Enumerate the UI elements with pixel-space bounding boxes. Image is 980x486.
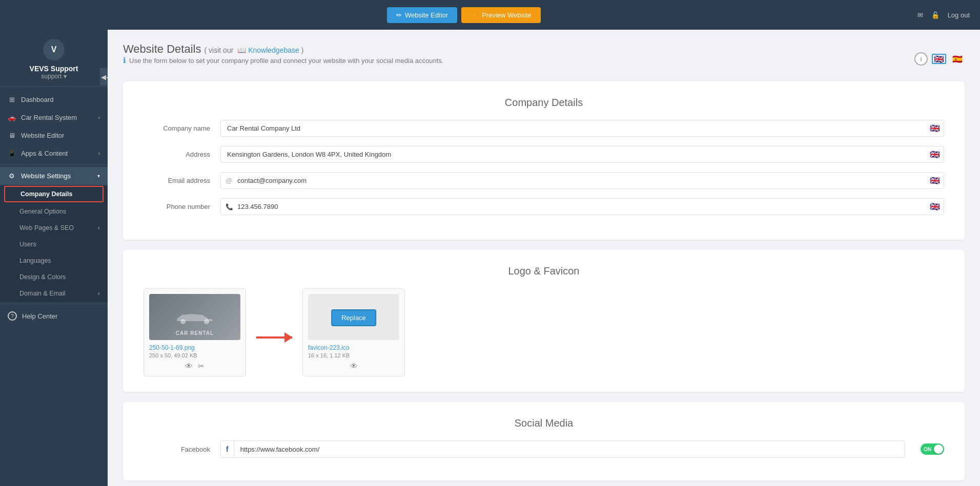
dashboard-icon: ⊞ — [8, 96, 16, 103]
toggle-wrap-facebook: ON — [921, 443, 944, 455]
preview-favicon-icon[interactable]: 👁 — [350, 362, 358, 370]
at-icon: @ — [226, 177, 232, 184]
sidebar-user: V VEVS Support support ▾ — [0, 30, 108, 87]
flag-company-name: 🇬🇧 — [930, 123, 940, 133]
favicon-filename[interactable]: favicon-223.ico — [308, 344, 399, 351]
arrow-head-icon — [284, 332, 293, 343]
sidebar-item-label: Help Center — [22, 312, 57, 320]
car-silhouette-icon — [172, 307, 218, 327]
toggle-facebook[interactable]: ON — [921, 443, 944, 455]
form-row-address: Address 🇬🇧 — [144, 146, 944, 163]
form-row-email: Email address @ 🇬🇧 — [144, 172, 944, 189]
social-input-wrap-facebook: f — [220, 440, 905, 458]
phone-icon: 📞 — [226, 203, 233, 210]
sidebar-toggle-btn[interactable]: ◀◀ — [100, 68, 108, 86]
topbar: ✏ Website Editor 🔆 Preview Website ✉ 🔓 L… — [0, 0, 980, 30]
content-area: Website Details ( visit our 📖 Knowledgeb… — [108, 30, 980, 486]
info-icon: ℹ — [123, 56, 126, 65]
svg-point-1 — [204, 319, 209, 324]
logo-preview: CAR RENTAL — [149, 294, 240, 340]
subnav-company-details[interactable]: Company Details — [4, 186, 104, 202]
logo-favicon-title: Logo & Favicon — [144, 265, 944, 277]
logo-size: 250 x 50, 49.02 KB — [149, 352, 240, 358]
favicon-card: Replace favicon-223.ico 16 x 16, 1.12 KB… — [302, 288, 405, 376]
subnav-domain-email[interactable]: Domain & Email ‹ — [0, 285, 108, 302]
topbar-center: ✏ Website Editor 🔆 Preview Website — [387, 7, 541, 23]
sidebar-item-website-editor[interactable]: 🖥 Website Editor — [0, 126, 108, 144]
subnav-languages[interactable]: Languages — [0, 252, 108, 269]
sidebar-item-label: Car Rental System — [21, 114, 77, 121]
logout-link[interactable]: Log out — [948, 11, 970, 19]
logo-card: CAR RENTAL 250-50-1-69.png 250 x 50, 49.… — [144, 288, 246, 376]
chevron-right-icon: › — [98, 115, 100, 120]
crop-logo-icon[interactable]: ✂ — [198, 362, 205, 371]
arrow-wrap — [256, 299, 292, 376]
logo-grid: CAR RENTAL 250-50-1-69.png 250 x 50, 49.… — [144, 288, 944, 376]
sidebar-item-help-center[interactable]: ? Help Center — [0, 306, 108, 326]
apps-icon: 📱 — [8, 150, 16, 157]
input-company-name[interactable] — [220, 120, 944, 137]
input-phone[interactable] — [220, 198, 944, 215]
svg-point-0 — [180, 319, 186, 324]
page-header-right: i 🇬🇧 🇪🇸 — [914, 52, 965, 66]
logo-favicon-card: Logo & Favicon CAR RENTAL — [123, 250, 965, 392]
car-icon: 🚗 — [8, 114, 16, 121]
favicon-size: 16 x 16, 1.12 KB — [308, 352, 399, 358]
knowledgebase-link[interactable]: Knowledgebase — [248, 46, 299, 54]
lock-icon: 🔓 — [931, 11, 940, 19]
input-address[interactable] — [220, 146, 944, 163]
label-phone: Phone number — [144, 203, 210, 210]
edit-icon: ✏ — [396, 11, 402, 19]
flag-email: 🇬🇧 — [930, 176, 940, 185]
monitor-icon: 🖥 — [8, 132, 16, 139]
flag-en-button[interactable]: 🇬🇧 — [932, 54, 946, 64]
logo-filename[interactable]: 250-50-1-69.png — [149, 344, 240, 351]
input-facebook[interactable] — [234, 441, 905, 457]
info-button[interactable]: i — [914, 52, 928, 66]
arrow-body — [256, 336, 292, 339]
social-media-card: Social Media Facebook f ON — [123, 402, 965, 480]
label-address: Address — [144, 151, 210, 158]
sidebar-item-label: Dashboard — [21, 96, 54, 103]
page-header: Website Details ( visit our 📖 Knowledgeb… — [123, 43, 965, 75]
sidebar-item-apps-content[interactable]: 📱 Apps & Content ‹ — [0, 144, 108, 162]
sidebar-item-website-settings[interactable]: ⚙ Website Settings ▾ — [0, 167, 108, 185]
preview-website-btn[interactable]: 🔆 Preview Website — [461, 7, 541, 23]
replace-favicon-btn[interactable]: Replace — [331, 309, 376, 326]
input-wrap-company-name: 🇬🇧 — [220, 120, 944, 137]
website-editor-btn[interactable]: ✏ Website Editor — [387, 7, 457, 23]
input-wrap-address: 🇬🇧 — [220, 146, 944, 163]
sidebar-nav: ⊞ Dashboard 🚗 Car Rental System › 🖥 Webs… — [0, 87, 108, 486]
sidebar-item-label: Website Editor — [21, 132, 64, 139]
email-icon[interactable]: ✉ — [917, 11, 923, 19]
flag-address: 🇬🇧 — [930, 150, 940, 159]
sidebar-item-car-rental[interactable]: 🚗 Car Rental System › — [0, 109, 108, 126]
page-subtitle: ℹ Use the form below to set your company… — [123, 56, 443, 65]
page-title: Website Details ( visit our 📖 Knowledgeb… — [123, 43, 443, 56]
label-company-name: Company name — [144, 124, 210, 132]
sidebar-item-label: Apps & Content — [21, 150, 68, 157]
preview-logo-icon[interactable]: 👁 — [185, 362, 193, 371]
page-title-wrap: Website Details ( visit our 📖 Knowledgeb… — [123, 43, 443, 75]
topbar-right: ✉ 🔓 Log out — [917, 11, 970, 19]
sidebar: ◀◀ V VEVS Support support ▾ ⊞ Dashboard … — [0, 30, 108, 486]
subnav-web-pages-seo[interactable]: Web Pages & SEO ‹ — [0, 220, 108, 236]
input-email[interactable] — [220, 172, 944, 189]
sidebar-item-dashboard[interactable]: ⊞ Dashboard — [0, 91, 108, 109]
form-row-company-name: Company name 🇬🇧 — [144, 120, 944, 137]
user-sub[interactable]: support ▾ — [8, 73, 100, 80]
help-icon: ? — [8, 311, 17, 321]
preview-icon: 🔆 — [471, 11, 479, 19]
label-facebook: Facebook — [144, 446, 210, 453]
subnav-users[interactable]: Users — [0, 236, 108, 252]
flag-es-button[interactable]: 🇪🇸 — [950, 54, 965, 64]
facebook-icon: f — [221, 441, 234, 457]
logo-text: CAR RENTAL — [149, 330, 240, 336]
social-media-title: Social Media — [144, 417, 944, 429]
settings-icon: ⚙ — [8, 172, 16, 180]
social-row-facebook: Facebook f ON — [144, 440, 944, 458]
subnav-design-colors[interactable]: Design & Colors — [0, 269, 108, 285]
toggle-knob — [934, 445, 943, 454]
subnav-general-options[interactable]: General Options — [0, 203, 108, 220]
toggle-label: ON — [924, 447, 931, 452]
